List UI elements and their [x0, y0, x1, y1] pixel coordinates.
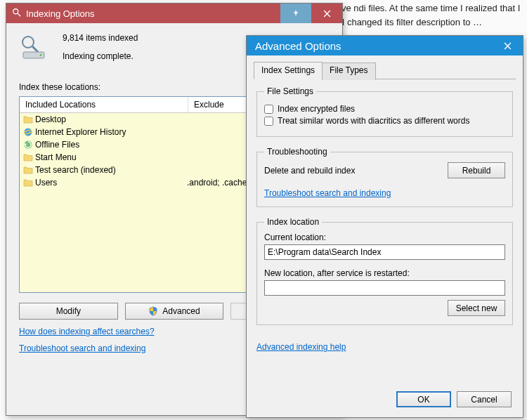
svg-point-5: [40, 54, 42, 56]
row-name: Test search (indexed): [35, 165, 187, 175]
folder-icon: [22, 164, 34, 176]
tab-bar: Index Settings File Types: [254, 61, 516, 79]
close-button[interactable]: [492, 36, 523, 55]
dialog-footer: OK Cancel: [254, 384, 516, 410]
current-location-label: Current location:: [264, 232, 505, 242]
close-button[interactable]: [311, 4, 342, 23]
svg-point-2: [22, 37, 34, 48]
troubleshooting-legend: Troubleshooting: [264, 147, 330, 157]
window-title: Indexing Options: [26, 8, 280, 19]
how-indexing-link[interactable]: How does indexing affect searches?: [19, 327, 155, 336]
troubleshoot-search-link[interactable]: Troubleshoot search and indexing: [264, 188, 391, 198]
svg-line-3: [32, 46, 38, 52]
search-loupe-icon: [12, 8, 22, 20]
titlebar[interactable]: Advanced Options: [247, 36, 523, 55]
rebuild-text: Delete and rebuild index: [264, 166, 355, 176]
index-encrypted-input[interactable]: [264, 105, 273, 114]
index-location-group: Index location Current location: New loc…: [256, 217, 513, 325]
row-name: Users: [35, 178, 187, 188]
select-new-button[interactable]: Select new: [448, 300, 505, 316]
advanced-options-window: Advanced Options Index Settings File Typ…: [246, 35, 523, 418]
modify-button[interactable]: Modify: [19, 303, 118, 320]
svg-line-1: [18, 13, 20, 15]
row-name: Desktop: [35, 114, 187, 124]
folder-icon: [22, 114, 34, 125]
file-settings-group: File Settings Index encrypted files Trea…: [256, 86, 513, 137]
row-name: Offline Files: [35, 140, 187, 150]
new-location-field[interactable]: [264, 280, 505, 296]
diacritics-checkbox[interactable]: Treat similar words with diacritics as d…: [264, 116, 505, 126]
advanced-button-label: Advanced: [162, 306, 200, 316]
index-encrypted-checkbox[interactable]: Index encrypted files: [264, 104, 505, 114]
folder-icon: [22, 177, 34, 188]
file-settings-legend: File Settings: [264, 86, 316, 96]
tab-index-settings[interactable]: Index Settings: [254, 62, 323, 79]
col-included[interactable]: Included Locations: [20, 97, 188, 112]
background-page-text: massive ndi files. At the same time I re…: [316, 0, 527, 30]
advanced-button[interactable]: Advanced: [125, 303, 224, 320]
cancel-button[interactable]: Cancel: [457, 391, 512, 407]
rebuild-button[interactable]: Rebuild: [448, 162, 505, 178]
index-location-legend: Index location: [264, 217, 322, 227]
tab-file-types[interactable]: File Types: [322, 63, 375, 80]
svg-point-0: [13, 8, 18, 13]
diacritics-input[interactable]: [264, 117, 273, 126]
index-encrypted-label: Index encrypted files: [278, 104, 355, 114]
indexing-status-text: Indexing complete.: [63, 51, 138, 61]
drive-search-icon: [19, 33, 48, 61]
troubleshooting-group: Troubleshooting Delete and rebuild index…: [256, 147, 513, 207]
advanced-indexing-help-link[interactable]: Advanced indexing help: [256, 342, 346, 352]
window-title: Advanced Options: [252, 40, 492, 52]
ie-icon: [22, 126, 34, 138]
troubleshoot-link[interactable]: Troubleshoot search and indexing: [19, 343, 145, 353]
ok-button[interactable]: OK: [396, 391, 451, 407]
offline-icon: [22, 139, 34, 150]
folder-icon: [22, 152, 34, 163]
shield-icon: [148, 306, 158, 316]
diacritics-label: Treat similar words with diacritics as d…: [278, 116, 469, 126]
items-indexed-text: 9,814 items indexed: [63, 33, 138, 43]
pin-button[interactable]: [280, 4, 311, 23]
titlebar[interactable]: Indexing Options: [6, 4, 342, 23]
current-location-field[interactable]: [264, 244, 505, 260]
row-name: Internet Explorer History: [35, 127, 187, 137]
new-location-label: New location, after service is restarted…: [264, 268, 505, 278]
row-name: Start Menu: [35, 152, 187, 162]
